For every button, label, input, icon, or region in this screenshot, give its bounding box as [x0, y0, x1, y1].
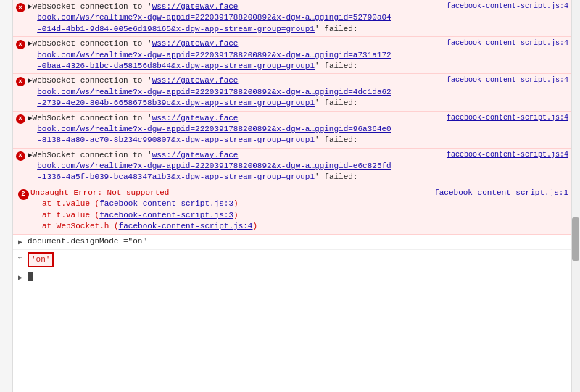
- ws-url-end-4[interactable]: -8138-4a80-ac70-8b234c990807&x-dgw-app-s…: [37, 135, 315, 144]
- stack-line-2: at t.value (facebook-content-script.js:3…: [30, 210, 568, 221]
- log-entry-error-3: × ▶WebSocket connection to 'wss://gatewa…: [13, 74, 571, 111]
- ws-url-1[interactable]: wss://gateway.face: [152, 2, 239, 11]
- source-link-4[interactable]: facebook-content-script.js:4: [447, 114, 568, 122]
- log-content-2: ▶WebSocket connection to 'wss://gateway.…: [28, 38, 438, 72]
- output-arrow-icon: ←: [18, 254, 22, 262]
- error-icon-5: ×: [16, 151, 25, 161]
- source-link-2[interactable]: facebook-content-script.js:4: [447, 39, 568, 47]
- log-content-1: ▶WebSocket connection to 'wss://gateway.…: [28, 1, 438, 35]
- cursor-prompt-icon: ▶: [18, 273, 22, 282]
- console-panel: × ▶WebSocket connection to 'wss://gatewa…: [0, 0, 580, 392]
- log-source-5[interactable]: facebook-content-script.js:4: [438, 150, 568, 159]
- ws-url-cont-4: book.com/ws/realtime?x-dgw-appid=2220391…: [28, 125, 392, 144]
- log-content-4: ▶WebSocket connection to 'wss://gateway.…: [28, 113, 438, 146]
- ws-label-4: ▶WebSocket connection to ': [28, 114, 152, 122]
- log-entry-error-5: × ▶WebSocket connection to 'wss://gatewa…: [13, 149, 571, 185]
- ws-label-1: ▶WebSocket connection to ': [28, 2, 152, 11]
- input-content: document.designMode ="on": [28, 236, 568, 247]
- log-content-3: ▶WebSocket connection to 'wss://gateway.…: [28, 75, 438, 109]
- ws-url-cont-5: book.com/ws/realtime?x-dgw-appid=2220391…: [28, 162, 392, 181]
- log-entry-uncaught: 2 Uncaught Error: Not supported facebook…: [13, 185, 571, 235]
- ws-url-3[interactable]: wss://gateway.face: [152, 76, 239, 85]
- error-icon-area-4: ×: [13, 113, 28, 124]
- cursor-content: [28, 272, 568, 283]
- source-link-1[interactable]: facebook-content-script.js:4: [447, 2, 568, 10]
- uncaught-content: Uncaught Error: Not supported facebook-c…: [30, 188, 568, 233]
- uncaught-line1: Uncaught Error: Not supported facebook-c…: [30, 188, 568, 199]
- source-link-5[interactable]: facebook-content-script.js:4: [447, 151, 568, 159]
- design-mode-cmd: document.designMode ="on": [28, 237, 147, 246]
- ws-url-full-4[interactable]: book.com/ws/realtime?x-dgw-appid=2220391…: [37, 125, 391, 133]
- stack-link-2[interactable]: facebook-content-script.js:3: [99, 211, 233, 220]
- output-icon-area: ←: [13, 252, 28, 262]
- console-log[interactable]: × ▶WebSocket connection to 'wss://gatewa…: [13, 0, 571, 392]
- source-link-3[interactable]: facebook-content-script.js:4: [447, 76, 568, 84]
- error-icon-area-3: ×: [13, 75, 28, 86]
- error-icon-4: ×: [16, 114, 25, 124]
- left-gutter: [0, 0, 13, 392]
- error-icon-1: ×: [16, 3, 25, 12]
- cursor-blink: [28, 272, 33, 281]
- scrollbar-thumb[interactable]: [572, 217, 579, 261]
- ws-url-end-3[interactable]: -2739-4e20-804b-66586758b39c&x-dgw-app-s…: [37, 99, 315, 107]
- log-entry-input: ▶ document.designMode ="on": [13, 235, 571, 249]
- stack-link-3[interactable]: facebook-content-script.js:4: [119, 222, 253, 230]
- ws-url-cont-1: book.com/ws/realtime?x-dgw-appid=2220391…: [28, 13, 392, 33]
- log-source-1[interactable]: facebook-content-script.js:4: [438, 1, 568, 10]
- ws-url-end-1[interactable]: -014d-4bb1-9d84-005e6d198165&x-dgw-app-s…: [37, 25, 315, 33]
- output-content: 'on': [28, 252, 568, 267]
- ws-url-full-2[interactable]: book.com/ws/realtime?x-dgw-appid=2220391…: [37, 51, 391, 59]
- stack-link-1[interactable]: facebook-content-script.js:3: [99, 199, 233, 208]
- ws-url-end-5[interactable]: -1336-4a5f-b039-bca48347a1b3&x-dgw-app-s…: [37, 172, 315, 181]
- log-source-3[interactable]: facebook-content-script.js:4: [438, 75, 568, 84]
- error-icon-area-1: ×: [13, 1, 28, 12]
- error-badge-2: 2: [18, 189, 29, 200]
- log-content-5: ▶WebSocket connection to 'wss://gateway.…: [28, 150, 438, 183]
- stack-line-1: at t.value (facebook-content-script.js:3…: [30, 199, 568, 209]
- log-entry-cursor: ▶: [13, 270, 571, 285]
- ws-url-5[interactable]: wss://gateway.face: [152, 151, 239, 159]
- ws-url-end-2[interactable]: -0baa-4326-b1bc-da58156d8b44&x-dgw-app-s…: [37, 62, 315, 70]
- ws-label-3: ▶WebSocket connection to ': [28, 76, 152, 85]
- error-icon-area-2: ×: [13, 38, 28, 49]
- stack-line-3: at WebSocket.h (facebook-content-script.…: [30, 221, 568, 232]
- log-entry-error-2: × ▶WebSocket connection to 'wss://gatewa…: [13, 37, 571, 74]
- ws-url-full-1[interactable]: book.com/ws/realtime?x-dgw-appid=2220391…: [37, 13, 391, 22]
- ws-url-full-3[interactable]: book.com/ws/realtime?x-dgw-appid=2220391…: [37, 88, 391, 96]
- ws-url-full-5[interactable]: book.com/ws/realtime?x-dgw-appid=2220391…: [37, 162, 391, 170]
- ws-label-5: ▶WebSocket connection to ': [28, 151, 152, 159]
- log-entry-error-1: × ▶WebSocket connection to 'wss://gatewa…: [13, 0, 571, 37]
- output-value-box: 'on': [28, 252, 54, 267]
- ws-url-4[interactable]: wss://gateway.face: [152, 114, 239, 122]
- ws-url-2[interactable]: wss://gateway.face: [152, 39, 239, 48]
- input-icon-area: ▶: [13, 236, 28, 246]
- scrollbar[interactable]: [571, 0, 580, 392]
- ws-url-cont-3: book.com/ws/realtime?x-dgw-appid=2220391…: [28, 88, 392, 107]
- log-entry-output: ← 'on': [13, 250, 571, 270]
- cursor-icon-area: ▶: [13, 272, 28, 282]
- output-string-value: 'on': [31, 255, 50, 264]
- ws-label-2: ▶WebSocket connection to ': [28, 39, 152, 48]
- ws-url-cont-2: book.com/ws/realtime?x-dgw-appid=2220391…: [28, 51, 392, 70]
- log-source-4[interactable]: facebook-content-script.js:4: [438, 113, 568, 122]
- error-icon-area-5: ×: [13, 150, 28, 161]
- input-arrow-icon: ▶: [18, 238, 22, 246]
- uncaught-text: Uncaught Error: Not supported: [30, 188, 169, 199]
- error-icon-3: ×: [16, 77, 25, 86]
- uncaught-source[interactable]: facebook-content-script.js:1: [434, 188, 568, 199]
- error-icon-2: ×: [16, 40, 25, 49]
- log-source-2[interactable]: facebook-content-script.js:4: [438, 38, 568, 47]
- badge-icon-area: 2: [16, 188, 30, 200]
- log-entry-error-4: × ▶WebSocket connection to 'wss://gatewa…: [13, 112, 571, 149]
